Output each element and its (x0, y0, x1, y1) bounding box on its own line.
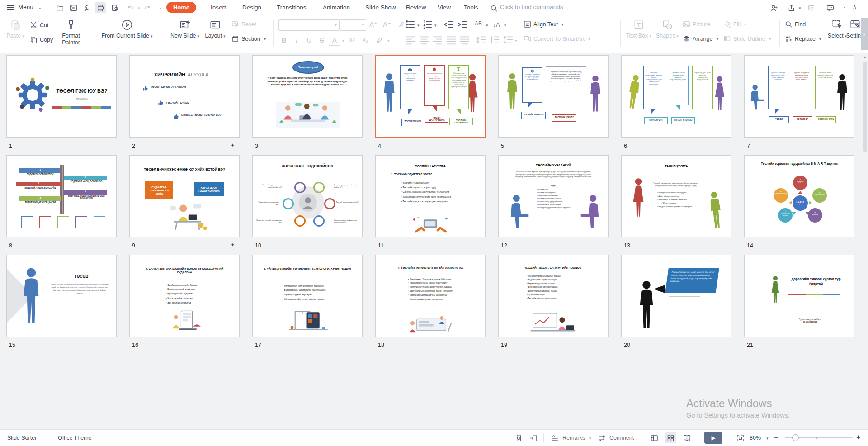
slide-21[interactable]: Дараагийн хичээл хүртэл түр баяртай Сург… (744, 255, 854, 337)
remarks-caret-icon[interactable]: ▾ (589, 436, 591, 441)
slide-15[interactable]: ТӨСӨВ Тухайн төслийг хэрэгжүүлэхэд шаард… (6, 255, 117, 337)
slide-19[interactable]: 5. ЭДИЙН ЗАСАГ, САНХҮҮГИЙН ТООЦОО Үйл аж… (498, 255, 609, 337)
character-spacing-button[interactable]: AB (473, 19, 484, 28)
justify-button[interactable] (446, 35, 457, 45)
italic-button[interactable]: I (291, 35, 302, 45)
text-direction-button[interactable]: ↓A (491, 19, 502, 29)
quickbar-more-icon[interactable]: ⌄ (159, 5, 162, 10)
main-menu-icon[interactable] (5, 2, 16, 13)
command-search-input[interactable]: Click to find commands (500, 4, 563, 10)
align-text-button[interactable]: Align Text▾ (524, 20, 564, 28)
text-box-button[interactable]: Text Box▾ (625, 18, 653, 40)
print-preview-icon[interactable] (109, 2, 120, 13)
slide-17[interactable]: 3. ҮЙЛДВЭРЛЭЛИЙН ТӨЛӨВЛӨЛТ, ТЕХНОЛОГИ, Х… (252, 255, 363, 337)
share-caret-icon[interactable]: ▾ (799, 6, 801, 10)
line-spacing-button[interactable] (503, 35, 514, 45)
decrease-indent-button[interactable] (443, 19, 454, 29)
zoom-slider-knob[interactable] (792, 434, 799, 441)
bullets-button[interactable] (405, 19, 416, 29)
slide-4-selected[interactable]: Ямар нэг зүйл хийхээр шийдсэн тооцоолох … (375, 55, 486, 138)
tab-insert[interactable]: Insert (211, 4, 226, 11)
upload-cloud-icon[interactable] (806, 2, 816, 13)
tab-review[interactable]: Review (406, 4, 426, 11)
select-button[interactable]: Select▾ (826, 18, 849, 40)
slide-14[interactable]: Төслийн зорилтыг тодорхойлох S-M-A-R-T з… (744, 155, 854, 237)
increase-font-button[interactable]: A⁺ (368, 19, 379, 29)
superscript-button[interactable]: X² (346, 35, 357, 45)
slide-11[interactable]: ТӨСЛИЙН АГУУЛГА 1. ТӨСЛИЙН УДИРТГАЛ ХЭСЭ… (375, 155, 486, 237)
search-icon[interactable] (488, 3, 499, 14)
find-button[interactable]: Find (785, 20, 806, 28)
bold-button[interactable]: B (278, 35, 289, 45)
chat-icon[interactable] (825, 2, 835, 13)
tab-design[interactable]: Design (242, 4, 261, 11)
print-icon[interactable] (95, 2, 106, 13)
slide-13[interactable]: ТАНИЛЦУУЛГА Төслийг санаачлагч, хэрэгжүү… (621, 155, 731, 237)
normal-view-button[interactable] (648, 432, 660, 443)
slide-sorter-view-button[interactable] (665, 432, 676, 443)
distribute-button[interactable] (459, 35, 470, 45)
slide-outline-button[interactable]: Slide Outline▾ (723, 35, 771, 43)
zoom-level-label[interactable]: 80% (750, 435, 761, 441)
slide-12[interactable]: ТӨСЛИЙН ХУРААНГУЙ Энэ хэсэгт төслийн зор… (498, 155, 609, 237)
layout-button[interactable]: Layout▾ (203, 18, 228, 40)
line-spacing-caret-icon[interactable]: ▾ (515, 38, 517, 43)
font-color-button[interactable]: A (329, 35, 340, 46)
fill-button[interactable]: Fill▾ (723, 20, 746, 28)
paste-button[interactable]: Paste▾ (4, 18, 27, 40)
slide-20[interactable]: Аливаа төслийн нэн чухал шалгуур бол нэг… (621, 255, 731, 337)
picture-button[interactable]: Picture (683, 20, 710, 28)
redo-icon[interactable] (142, 2, 153, 13)
new-slide-button[interactable]: New Slide▾ (169, 18, 201, 40)
slide-1[interactable]: ТӨСӨЛ ГЭЖ ЮУ ВЭ? Хичээл №1 (6, 55, 117, 138)
strikethrough-button[interactable]: S (316, 35, 327, 45)
comment-icon[interactable] (596, 432, 608, 443)
spacing-caret-icon[interactable]: ▾ (486, 23, 488, 28)
vertical-scrollbar-thumb[interactable] (863, 62, 867, 152)
theme-button[interactable]: Office Theme (58, 435, 92, 441)
replace-button[interactable]: AB Replace▾ (785, 35, 821, 43)
bullets-caret-icon[interactable]: ▾ (417, 23, 420, 28)
slide-18[interactable]: 4. ТӨСЛИЙН ТӨЛӨВЛӨЛТ БА ҮЙЛ АЖИЛЛАГАА Хү… (375, 255, 486, 337)
arrange-button[interactable]: Arrange▾ (683, 35, 718, 43)
slide-7[interactable]: Тухайн салбарт шинэчлэл хийх, нөөц ашигл… (744, 55, 854, 138)
text-direction-caret-icon[interactable]: ▾ (504, 23, 506, 28)
tab-transitions[interactable]: Transitions (277, 4, 307, 11)
slide-10[interactable]: ХЭРЭГЦЭЭГ ТОДОХОЙЛОХ Төслийн судалгаа ям… (252, 155, 363, 237)
format-painter-button[interactable]: Format Painter (56, 18, 86, 46)
comment-button[interactable]: Comment (609, 435, 634, 441)
font-size-select[interactable]: ▾ (339, 19, 366, 31)
slide-2[interactable]: ХИЧЭЭЛИЙН АГУУЛГА ТӨСӨЛ БИЧИХ АРГАЧЛАЛ Т… (129, 55, 240, 138)
from-current-slide-button[interactable]: From Current Slide▾ (93, 18, 161, 40)
slide-sorter-canvas[interactable]: ТӨСӨЛ ГЭЖ ЮУ ВЭ? Хичээл №1 ХИЧЭЭЛИЙН АГУ… (0, 53, 868, 430)
align-center-button[interactable] (419, 35, 429, 45)
reset-button[interactable]: Reset (231, 20, 256, 28)
export-pdf-icon[interactable] (81, 2, 92, 13)
font-name-select[interactable]: ▾ (278, 19, 339, 31)
decrease-font-button[interactable]: A⁻ (382, 19, 392, 29)
convert-smartart-button[interactable]: Convert To SmartArt▾ (524, 35, 590, 43)
fit-slide-icon[interactable] (734, 432, 746, 443)
menu-caret-icon[interactable]: ⌄ (38, 5, 42, 10)
font-color-caret-icon[interactable]: ▾ (342, 38, 344, 43)
open-file-icon[interactable] (54, 2, 65, 13)
handoff-icon[interactable] (527, 432, 539, 443)
remarks-icon[interactable] (549, 432, 561, 443)
tab-animation[interactable]: Animation (323, 4, 350, 11)
underline-button[interactable]: U (304, 35, 315, 45)
share-icon[interactable] (786, 2, 797, 13)
section-button[interactable]: Section▾ (231, 35, 266, 43)
highlight-caret-icon[interactable]: ▾ (387, 38, 390, 43)
invite-user-icon[interactable] (769, 2, 779, 13)
slide-6[interactable]: Төслийн нэгжүүдийг шалгах болон байгуулл… (621, 55, 731, 138)
tab-home[interactable]: Home (166, 2, 196, 13)
tab-slideshow[interactable]: Slide Show (365, 4, 396, 11)
copy-button[interactable]: Copy (30, 36, 53, 43)
save-icon[interactable] (68, 2, 79, 13)
tab-view[interactable]: View (438, 4, 451, 11)
slide-16[interactable]: 2. САЛБАРЫН ЗАХ ЗЭЭЛИЙН БОЛОН БҮТЭЭГДЭХҮ… (129, 255, 240, 337)
remarks-button[interactable]: Remarks (562, 435, 585, 441)
scrollbar-up-icon[interactable]: ▲ (863, 55, 867, 59)
zoom-caret-icon[interactable]: ▾ (766, 436, 769, 441)
slide-5[interactable]: Төслийн зорилго нь хүрэх үр дүнг илэрхий… (498, 55, 609, 138)
